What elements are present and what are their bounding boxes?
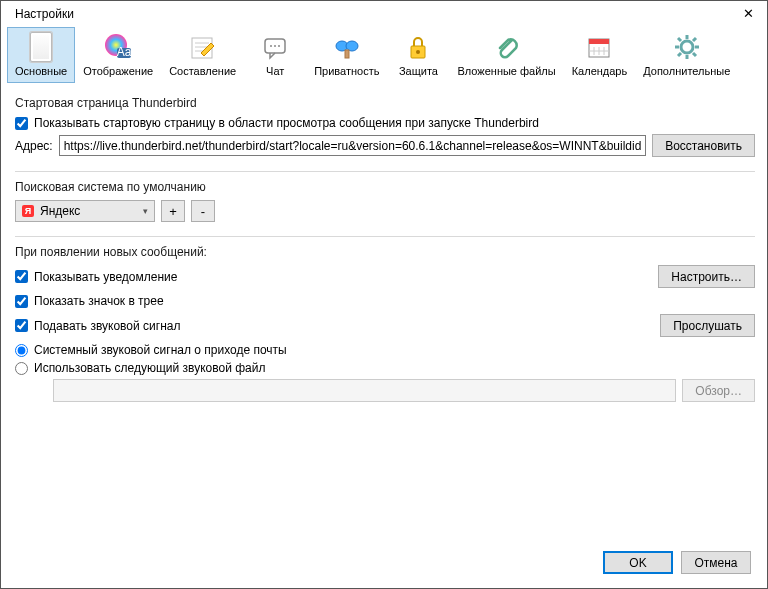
search-title: Поисковая система по умолчанию (15, 180, 755, 194)
svg-point-9 (274, 45, 276, 47)
show-notification-label: Показывать уведомление (34, 270, 177, 284)
clip-icon (491, 31, 523, 63)
play-sound-checkbox[interactable] (15, 319, 28, 332)
svg-text:Aa: Aa (117, 45, 132, 59)
display-icon: Aa (102, 31, 134, 63)
show-tray-label: Показать значок в трее (34, 294, 164, 308)
tab-chat[interactable]: Чат (244, 27, 306, 83)
svg-point-22 (681, 41, 693, 53)
svg-rect-13 (345, 50, 349, 58)
add-engine-button[interactable]: + (161, 200, 185, 222)
system-sound-label: Системный звуковой сигнал о приходе почт… (34, 343, 287, 357)
svg-point-15 (416, 50, 420, 54)
show-tray-checkbox[interactable] (15, 295, 28, 308)
dialog-footer: OK Отмена (1, 541, 767, 588)
svg-line-27 (678, 38, 681, 41)
chat-icon (259, 31, 291, 63)
titlebar: Настройки ✕ (1, 1, 767, 25)
svg-line-30 (693, 38, 696, 41)
startpage-group: Стартовая страница Thunderbird Показыват… (15, 96, 755, 172)
composition-icon (187, 31, 219, 63)
show-startpage-checkbox[interactable] (15, 117, 28, 130)
tab-display[interactable]: Aa Отображение (75, 27, 161, 83)
tab-privacy[interactable]: Приватность (306, 27, 387, 83)
address-label: Адрес: (15, 139, 53, 153)
messages-title: При появлении новых сообщений: (15, 245, 755, 259)
svg-line-28 (693, 53, 696, 56)
customize-button[interactable]: Настроить… (658, 265, 755, 288)
general-icon (25, 31, 57, 63)
tab-general[interactable]: Основные (7, 27, 75, 83)
custom-sound-radio[interactable] (15, 362, 28, 375)
restore-button[interactable]: Восстановить (652, 134, 755, 157)
tab-calendar[interactable]: Календарь (564, 27, 636, 83)
close-icon[interactable]: ✕ (741, 7, 755, 21)
window-title: Настройки (15, 7, 74, 21)
cancel-button[interactable]: Отмена (681, 551, 751, 574)
tab-display-label: Отображение (83, 65, 153, 77)
show-startpage-label: Показывать стартовую страницу в области … (34, 116, 539, 130)
search-engine-select[interactable]: Я Яндекс ▾ (15, 200, 155, 222)
chevron-down-icon: ▾ (143, 206, 148, 216)
gear-icon (671, 31, 703, 63)
messages-group: При появлении новых сообщений: Показыват… (15, 245, 755, 402)
search-group: Поисковая система по умолчанию Я Яндекс … (15, 180, 755, 237)
tab-general-label: Основные (15, 65, 67, 77)
play-sound-label: Подавать звуковой сигнал (34, 319, 180, 333)
remove-engine-button[interactable]: - (191, 200, 215, 222)
tab-advanced[interactable]: Дополнительные (635, 27, 738, 83)
system-sound-radio[interactable] (15, 344, 28, 357)
address-input[interactable] (59, 135, 646, 156)
tab-calendar-label: Календарь (572, 65, 628, 77)
startpage-title: Стартовая страница Thunderbird (15, 96, 755, 110)
yandex-icon: Я (22, 205, 34, 217)
tab-security[interactable]: Защита (387, 27, 449, 83)
tab-security-label: Защита (399, 65, 438, 77)
svg-point-8 (270, 45, 272, 47)
tab-privacy-label: Приватность (314, 65, 379, 77)
ok-button[interactable]: OK (603, 551, 673, 574)
custom-sound-label: Использовать следующий звуковой файл (34, 361, 265, 375)
lock-icon (402, 31, 434, 63)
tab-composition[interactable]: Составление (161, 27, 244, 83)
tab-chat-label: Чат (266, 65, 284, 77)
content-area: Стартовая страница Thunderbird Показыват… (1, 84, 767, 541)
toolbar: Основные Aa Отображение Составление Чат … (1, 25, 767, 84)
tab-attachments[interactable]: Вложенные файлы (449, 27, 563, 83)
search-engine-value: Яндекс (40, 204, 80, 218)
show-notification-checkbox[interactable] (15, 270, 28, 283)
listen-button[interactable]: Прослушать (660, 314, 755, 337)
tab-advanced-label: Дополнительные (643, 65, 730, 77)
browse-button[interactable]: Обзор… (682, 379, 755, 402)
svg-line-29 (678, 53, 681, 56)
svg-rect-17 (589, 39, 609, 44)
calendar-icon (583, 31, 615, 63)
privacy-icon (331, 31, 363, 63)
tab-composition-label: Составление (169, 65, 236, 77)
svg-point-10 (278, 45, 280, 47)
sound-file-input (53, 379, 676, 402)
tab-attachments-label: Вложенные файлы (457, 65, 555, 77)
